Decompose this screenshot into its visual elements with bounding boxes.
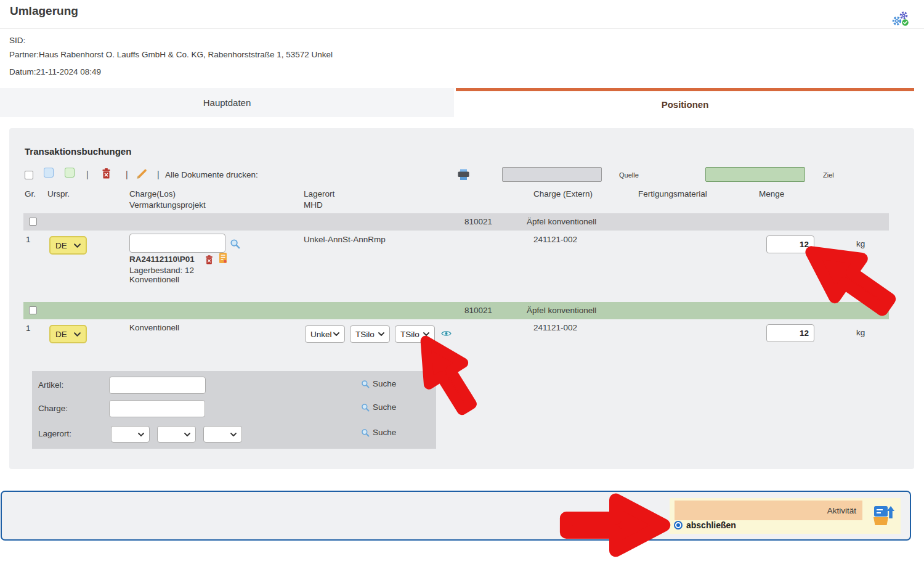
- row-1-urspr-value: DE: [55, 241, 67, 250]
- quelle-label: Quelle: [619, 171, 639, 179]
- row-2-gr: 1: [26, 324, 31, 333]
- col-fertigungsmaterial: Fertigungsmaterial: [638, 189, 707, 198]
- sid-line: SID:: [9, 36, 25, 45]
- lagerort-filter-select-1[interactable]: [111, 426, 150, 443]
- row-2-urspr-value: DE: [55, 330, 67, 339]
- group-2-artikel-nr: 810021: [464, 306, 492, 315]
- row-1-einheit: kg: [856, 239, 865, 248]
- row-2-menge-input[interactable]: [766, 324, 814, 342]
- gears-icon[interactable]: [891, 10, 910, 27]
- row-2-eye-icon[interactable]: [441, 330, 452, 337]
- row-2-einheit: kg: [856, 328, 865, 337]
- row-1-lagerort: Unkel-AnnSt-AnnRmp: [304, 235, 386, 244]
- row-2-lagerort-select-3[interactable]: TSilo: [395, 325, 435, 343]
- row-1-note-icon[interactable]: [219, 252, 227, 264]
- chevron-down-icon: [74, 332, 81, 337]
- col-lagerort: Lagerort: [304, 189, 334, 198]
- chevron-down-icon: [423, 332, 429, 336]
- copy-blue-icon[interactable]: [44, 168, 54, 178]
- chevron-down-icon: [378, 332, 384, 336]
- row-2-lagerort-3-value: TSilo: [400, 330, 419, 339]
- tab-hauptdaten-label: Hauptdaten: [203, 97, 251, 108]
- lagerort-suche-button[interactable]: Suche: [361, 428, 396, 437]
- artikel-suche-button[interactable]: Suche: [361, 379, 396, 388]
- row-1-charge-lot: RA24112110\P01: [129, 255, 195, 264]
- print-icon[interactable]: [457, 169, 470, 181]
- search-icon: [361, 403, 370, 412]
- col-charge-extern: Charge (Extern): [533, 189, 593, 198]
- header-divider: [0, 28, 924, 29]
- group-1-artikel: Äpfel konventionell: [527, 217, 596, 226]
- chevron-down-icon: [333, 332, 339, 336]
- lagerort-suche-label: Suche: [373, 428, 396, 437]
- toolbar-separator-3: |: [157, 170, 160, 179]
- row-1-charge-search-icon[interactable]: [230, 239, 240, 249]
- toolbar-separator-1: |: [86, 170, 89, 179]
- artikel-input[interactable]: [109, 377, 206, 394]
- chevron-down-icon: [74, 243, 81, 248]
- ziel-label: Ziel: [823, 171, 834, 179]
- group-1-checkbox[interactable]: [29, 218, 37, 226]
- lagerort-label: Lagerort:: [38, 429, 71, 438]
- row-1-urspr-select[interactable]: DE: [49, 236, 87, 255]
- abschliessen-label: abschließen: [686, 520, 736, 530]
- chevron-down-icon: [138, 433, 144, 436]
- lagerort-filter-select-3[interactable]: [203, 426, 242, 443]
- row-1-charge-input[interactable]: [129, 234, 225, 253]
- row-1-gr: 1: [26, 235, 31, 244]
- row-2-lagerort-select-1[interactable]: Unkel: [305, 325, 345, 343]
- transactions-title: Transaktionsbuchungen: [25, 146, 131, 157]
- row-1-delete-lot-icon[interactable]: [205, 255, 213, 264]
- col-gr: Gr.: [25, 189, 36, 198]
- search-icon: [361, 428, 370, 437]
- edit-pencil-icon[interactable]: [136, 168, 148, 180]
- activity-header-label: Aktivität: [827, 506, 856, 515]
- lagerort-filter-select-2[interactable]: [157, 426, 196, 443]
- row-1-qualitaet: Konventionell: [129, 275, 179, 284]
- submit-box-icon[interactable]: [870, 501, 894, 529]
- col-urspr: Urspr.: [47, 189, 70, 198]
- quelle-legend-box: [502, 167, 602, 182]
- ziel-legend-box: [705, 167, 805, 182]
- toolbar-separator-2: |: [126, 170, 128, 179]
- tab-positionen[interactable]: Positionen: [456, 88, 914, 117]
- col-mhd: MHD: [304, 200, 323, 210]
- row-2-lagerort-1-value: Unkel: [310, 330, 332, 339]
- copy-green-icon[interactable]: [65, 168, 75, 178]
- chevron-down-icon: [230, 433, 237, 436]
- search-icon: [361, 380, 370, 388]
- group-row-2: [23, 302, 889, 319]
- tab-hauptdaten[interactable]: Hauptdaten: [0, 88, 454, 117]
- activity-header: Aktivität: [675, 501, 862, 520]
- row-2-charge-extern: 241121-002: [533, 323, 577, 332]
- delete-icon[interactable]: [102, 168, 111, 179]
- chevron-down-icon: [184, 433, 190, 436]
- charge-label: Charge:: [38, 404, 68, 413]
- row-2-lagerort-2-value: TSilo: [355, 330, 375, 339]
- print-all-label: Alle Dokumente drucken:: [165, 170, 258, 179]
- row-1-menge-input[interactable]: [766, 235, 814, 253]
- group-1-artikel-nr: 810021: [464, 217, 492, 226]
- abschliessen-radio[interactable]: [674, 521, 683, 529]
- charge-input[interactable]: [109, 400, 205, 417]
- group-2-artikel: Äpfel konventionell: [527, 306, 596, 315]
- artikel-label: Artikel:: [38, 380, 63, 390]
- col-menge: Menge: [759, 189, 784, 198]
- row-1-charge-extern: 241121-002: [533, 235, 577, 244]
- tab-positionen-label: Positionen: [662, 99, 709, 110]
- row-1-lagerbestand: Lagerbestand: 12: [129, 266, 194, 275]
- col-vermarktungsprojekt: Vermarktungsprojekt: [129, 200, 206, 210]
- umlagerung-screen: Umlagerung SID: Partner:Haus Rabenhorst …: [0, 0, 924, 564]
- charge-suche-label: Suche: [373, 403, 396, 412]
- group-2-checkbox[interactable]: [29, 306, 37, 314]
- row-2-urspr-select[interactable]: DE: [49, 325, 87, 343]
- page-title: Umlagerung: [10, 4, 78, 18]
- group-row-1: [23, 213, 889, 231]
- select-all-checkbox[interactable]: [25, 171, 33, 179]
- charge-suche-button[interactable]: Suche: [361, 403, 396, 412]
- col-charge-los: Charge(Los): [129, 189, 176, 198]
- radio-dot: [676, 523, 680, 527]
- row-2-qualitaet: Konventionell: [129, 323, 179, 332]
- datum-line: Datum:21-11-2024 08:49: [9, 67, 101, 76]
- row-2-lagerort-select-2[interactable]: TSilo: [350, 325, 390, 343]
